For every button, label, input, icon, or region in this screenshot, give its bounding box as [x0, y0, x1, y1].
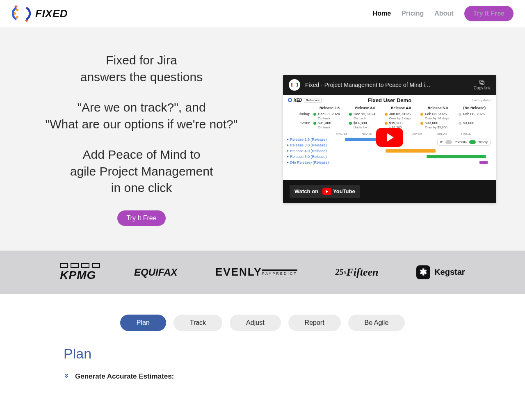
topbar: FIXED Home Pricing About Try It Free: [0, 0, 525, 27]
gantt-bar: [345, 138, 379, 141]
tab-report[interactable]: Report: [288, 315, 341, 331]
svg-point-2: [14, 12, 16, 15]
video-channel-icon: [289, 79, 300, 91]
hero-block-1: Fixed for Jira answers the questions: [29, 52, 254, 85]
logo-25fifteen: 25xFifteen: [335, 266, 378, 278]
nav-home[interactable]: Home: [373, 10, 391, 17]
kegstar-badge-icon: ✱: [416, 265, 430, 279]
demo-col-header: Release 3.0: [347, 106, 383, 112]
features-section: Plan Track Adjust Report Be Agile Plan G…: [0, 294, 525, 397]
toolbox-toggle-on-label: Timely: [478, 140, 488, 144]
demo-dropdown: Releases: [304, 98, 322, 103]
demo-cell: Feb 06, 2025: [463, 112, 485, 116]
tab-be-agile[interactable]: Be Agile: [348, 315, 405, 331]
demo-title: Fixed User Demo: [368, 97, 411, 103]
demo-cell: Dec 12, 2024: [354, 112, 376, 116]
logo-equifax: EQUIFAX: [134, 267, 177, 278]
hero-copy: Fixed for Jira answers the questions "Ar…: [29, 52, 254, 226]
demo-brand: XED Releases: [288, 98, 322, 103]
logo-evenly-small: PAYPREDICT: [262, 269, 297, 276]
demo-cell: $14,800: [354, 121, 367, 125]
demo-col-header: (No Release): [457, 106, 492, 112]
video-preview: XED Releases Fixed User Demo Last update…: [283, 95, 496, 180]
demo-col-header: Release 4.0: [383, 106, 419, 112]
demo-col-header: Release 5.0: [419, 106, 457, 112]
customer-logos: KPMG EQUIFAX EVENLY PAYPREDICT 25xFiftee…: [0, 251, 525, 294]
demo-cell: $3,600: [463, 121, 475, 125]
demo-cell: $33,800: [425, 121, 438, 125]
toolbox-toggle-off-label: Portfolio: [454, 140, 466, 144]
toolbox-refresh-icon: ⟳: [440, 140, 443, 144]
logo-fifteen: Fifteen: [346, 266, 378, 278]
gantt-row: ▸(No Release) (Release): [287, 160, 492, 165]
gantt-row: ▸Release 5.0 (Release): [287, 154, 492, 160]
demo-cell: $31,300: [318, 121, 331, 125]
demo-cell: $19,200: [389, 121, 403, 125]
video-footer: Watch on YouTube: [283, 180, 496, 203]
gantt-row-label: ▸Release 4.0 (Release): [287, 149, 336, 153]
nav-pricing[interactable]: Pricing: [402, 10, 424, 17]
youtube-play-icon: [322, 188, 331, 195]
demo-cell: Feb 03, 2025: [425, 112, 447, 116]
video-embed[interactable]: Fixed - Project Management to Peace of M…: [283, 75, 496, 203]
gantt-row-label: ▸Release 2.6 (Release): [287, 137, 336, 142]
svg-point-8: [288, 98, 292, 102]
svg-point-3: [16, 16, 18, 18]
feature-tabs: Plan Track Adjust Report Be Agile: [64, 315, 461, 331]
gantt-toolbox: ⟳ Portfolio Timely: [437, 139, 491, 146]
gantt-axis-tick: Feb-07: [461, 132, 472, 136]
demo-row-label: Costs:: [287, 121, 312, 130]
demo-cell-sub: Over by 14 days: [425, 116, 449, 120]
demo-cell-sub: Over by $3,800: [425, 126, 447, 129]
top-nav: Home Pricing About Try It Free: [373, 6, 514, 21]
gantt-axis-tick: Jan-09: [412, 132, 422, 136]
logo-25: 25: [335, 267, 343, 277]
hero-line: Add Peace of Mind to: [29, 146, 254, 163]
logo-evenly-big: EVENLY: [215, 266, 262, 278]
logo-kpmg: KPMG: [60, 263, 96, 282]
svg-rect-7: [481, 82, 484, 85]
toolbox-toggle-off-icon: [445, 140, 452, 144]
hero-cta-button[interactable]: Try It Free: [117, 210, 165, 226]
toolbox-toggle-on-icon: [469, 140, 476, 144]
hero-block-2: "Are we on track?", and "What are our op…: [29, 99, 254, 132]
demo-row-label: Timing:: [287, 112, 312, 121]
video-header: Fixed - Project Management to Peace of M…: [283, 75, 496, 95]
demo-cell: Jan 02, 2025: [389, 112, 411, 116]
feature-section-title: Plan: [64, 346, 461, 362]
gantt-row-label: ▸Release 5.0 (Release): [287, 155, 336, 159]
feature-item-label: Generate Accurate Estimates:: [75, 372, 174, 381]
gantt-bar: [386, 149, 436, 153]
gantt-axis-tick: Nov-28: [361, 132, 372, 136]
chevron-down-icon: [64, 373, 69, 380]
play-button-icon[interactable]: [376, 128, 403, 147]
brand-word: FIXED: [35, 7, 68, 20]
svg-point-5: [292, 84, 293, 85]
gantt-axis-tick: Jan-23: [436, 132, 446, 136]
hero-line: answers the questions: [29, 69, 254, 86]
brand[interactable]: FIXED: [11, 5, 68, 22]
feature-item[interactable]: Generate Accurate Estimates:: [64, 372, 461, 381]
hero-block-3: Add Peace of Mind to agile Project Manag…: [29, 146, 254, 196]
nav-cta-button[interactable]: Try It Free: [464, 6, 514, 21]
tab-adjust[interactable]: Adjust: [230, 315, 281, 331]
nav-about[interactable]: About: [434, 10, 453, 17]
tab-track[interactable]: Track: [173, 315, 222, 331]
svg-marker-1: [25, 20, 29, 22]
svg-marker-0: [14, 5, 18, 7]
demo-summary-table: Release 2.6 Release 3.0 Release 4.0 Rele…: [287, 106, 492, 130]
hero-line: agile Project Management: [29, 163, 254, 180]
demo-last-updated: Last updated: [472, 98, 491, 102]
logo-kpmg-text: KPMG: [60, 269, 96, 282]
watch-on-youtube-button[interactable]: Watch on YouTube: [290, 185, 360, 198]
demo-cell-sub: On track: [354, 116, 366, 120]
youtube-label: YouTube: [333, 188, 355, 194]
tab-plan[interactable]: Plan: [120, 315, 166, 331]
hero-line: "Are we on track?", and: [29, 99, 254, 116]
gantt-row: ▸Release 4.0 (Release): [287, 148, 492, 154]
gantt-row-label: ▸Release 3.0 (Release): [287, 143, 336, 147]
copy-link-button[interactable]: Copy link: [474, 79, 491, 90]
logo-kegstar-text: Kegstar: [434, 267, 465, 277]
gantt-row-label: ▸(No Release) (Release): [287, 160, 336, 164]
brand-logo-icon: [11, 5, 31, 22]
